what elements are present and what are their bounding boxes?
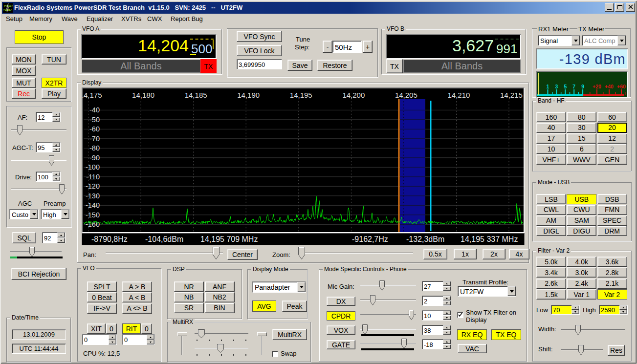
svg-text:14,200: 14,200 bbox=[342, 91, 365, 99]
svg-text:14,185: 14,185 bbox=[185, 91, 207, 99]
svg-text:14,175: 14,175 bbox=[83, 91, 102, 99]
svg-text:-100: -100 bbox=[86, 163, 100, 171]
svg-text:-70: -70 bbox=[89, 135, 100, 143]
svg-text:7: 7 bbox=[572, 84, 575, 89]
svg-text:+40: +40 bbox=[605, 84, 614, 89]
svg-text:-130: -130 bbox=[86, 192, 100, 200]
svg-text:+60: +60 bbox=[617, 84, 626, 89]
svg-text:-150: -150 bbox=[86, 211, 100, 219]
svg-text:3: 3 bbox=[555, 84, 558, 89]
svg-text:5: 5 bbox=[564, 84, 567, 89]
svg-text:9: 9 bbox=[581, 84, 584, 89]
svg-text:+20: +20 bbox=[593, 84, 601, 89]
svg-text:Power: Power bbox=[4, 4, 13, 7]
svg-text:14,180: 14,180 bbox=[132, 91, 154, 99]
svg-text:-60: -60 bbox=[89, 125, 100, 133]
svg-text:-80: -80 bbox=[89, 144, 100, 152]
svg-text:-120: -120 bbox=[86, 182, 100, 190]
svg-text:-40: -40 bbox=[89, 106, 100, 114]
svg-text:14,205: 14,205 bbox=[395, 91, 417, 99]
svg-text:-110: -110 bbox=[86, 173, 100, 181]
svg-text:1: 1 bbox=[547, 84, 549, 89]
svg-text:14,210: 14,210 bbox=[448, 91, 470, 99]
svg-text:14,195: 14,195 bbox=[290, 91, 312, 99]
svg-text:-50: -50 bbox=[89, 116, 100, 124]
svg-text:14,190: 14,190 bbox=[237, 91, 260, 99]
svg-text:14,215: 14,215 bbox=[500, 91, 523, 99]
svg-text:-90: -90 bbox=[89, 154, 100, 162]
svg-text:-160: -160 bbox=[86, 220, 100, 228]
svg-text:-140: -140 bbox=[86, 201, 100, 209]
